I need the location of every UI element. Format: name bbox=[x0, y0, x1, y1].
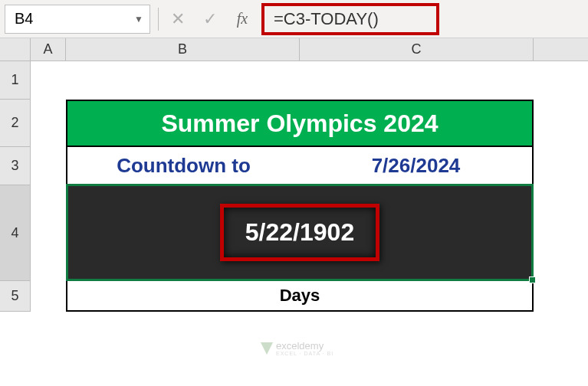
formula-input[interactable] bbox=[274, 9, 427, 29]
title-text: Summer Olympics 2024 bbox=[161, 110, 438, 138]
title-cell[interactable]: Summer Olympics 2024 bbox=[66, 100, 534, 147]
watermark-text: exceldemy EXCEL · DATA · BI bbox=[276, 341, 333, 356]
column-header-C[interactable]: C bbox=[300, 38, 534, 61]
cell-reference: B4 bbox=[15, 10, 33, 28]
watermark-brand: exceldemy bbox=[276, 341, 333, 351]
countdown-label-text: Countdown to bbox=[117, 154, 251, 178]
row-header-5[interactable]: 5 bbox=[0, 281, 31, 312]
select-all-corner[interactable] bbox=[0, 38, 31, 61]
confirm-button[interactable]: ✓ bbox=[194, 5, 226, 34]
target-date-cell[interactable]: 7/26/2024 bbox=[300, 147, 532, 184]
column-headers: A B C bbox=[0, 38, 588, 61]
row-header-2[interactable]: 2 bbox=[0, 100, 31, 147]
countdown-label-cell[interactable]: Countdown to bbox=[67, 147, 300, 184]
name-box[interactable]: B4 ▼ bbox=[5, 5, 150, 34]
formula-bar: B4 ▼ ✕ ✓ fx bbox=[0, 0, 588, 38]
column-header-B[interactable]: B bbox=[66, 38, 300, 61]
grid-body: 1 2 3 4 5 Summer Olympics 2024 Countdown… bbox=[0, 61, 588, 312]
cells-area[interactable]: Summer Olympics 2024 Countdown to 7/26/2… bbox=[31, 61, 588, 312]
row-header-4[interactable]: 4 bbox=[0, 185, 31, 281]
name-box-dropdown-icon[interactable]: ▼ bbox=[134, 14, 143, 25]
days-label-text: Days bbox=[280, 286, 320, 306]
watermark: exceldemy EXCEL · DATA · BI bbox=[261, 341, 333, 356]
column-header-A[interactable]: A bbox=[31, 38, 66, 61]
watermark-logo-icon bbox=[261, 342, 273, 355]
target-date-text: 7/26/2024 bbox=[372, 154, 461, 178]
fill-handle[interactable] bbox=[529, 276, 536, 283]
divider bbox=[158, 8, 159, 31]
result-value: 5/22/1902 bbox=[245, 218, 354, 246]
days-label-cell[interactable]: Days bbox=[66, 281, 534, 312]
row-header-1[interactable]: 1 bbox=[0, 61, 31, 100]
result-cell[interactable]: 5/22/1902 bbox=[66, 185, 534, 281]
countdown-row: Countdown to 7/26/2024 bbox=[66, 147, 534, 185]
cancel-button[interactable]: ✕ bbox=[162, 5, 194, 34]
fx-button[interactable]: fx bbox=[226, 5, 258, 34]
watermark-tagline: EXCEL · DATA · BI bbox=[276, 351, 333, 356]
formula-highlight bbox=[261, 3, 439, 35]
row-headers: 1 2 3 4 5 bbox=[0, 61, 31, 312]
row-header-3[interactable]: 3 bbox=[0, 147, 31, 185]
result-highlight: 5/22/1902 bbox=[220, 204, 379, 261]
sheet-content: Summer Olympics 2024 Countdown to 7/26/2… bbox=[66, 100, 534, 312]
